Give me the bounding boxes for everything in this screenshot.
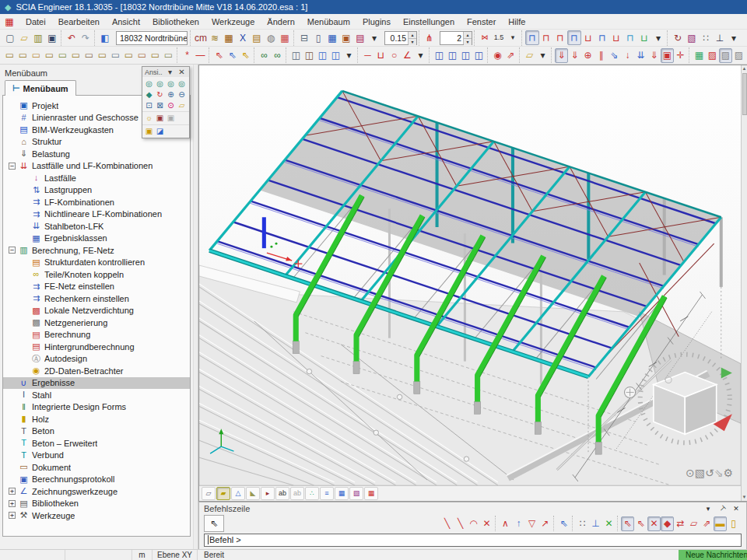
scale-factor-icon[interactable]: 1.5 (492, 30, 506, 45)
new-project-icon[interactable]: ▢ (3, 30, 17, 45)
label-tool-6-icon[interactable]: ▭ (69, 48, 82, 63)
expander-icon[interactable]: + (9, 512, 16, 519)
load-case-6-icon[interactable]: ↓ (621, 48, 634, 63)
vp-zoom-icon[interactable]: ⊙ (686, 467, 695, 478)
copy-window-1-icon[interactable]: ◫ (433, 48, 446, 63)
spin-down-icon[interactable]: ▾ (409, 39, 416, 45)
copy-window-3-icon[interactable]: ◫ (459, 48, 472, 63)
vp-settings-icon[interactable]: ⚙ (723, 467, 733, 478)
label-tool-4-icon[interactable]: ▭ (43, 48, 56, 63)
tree-lokale-netzverdichtung[interactable]: ▩ Lokale Netzverdichtung (3, 305, 190, 317)
expander-icon[interactable]: + (9, 500, 16, 507)
tree-teile-knoten-koppeln[interactable]: ∞ Teile/Knoten koppeln (3, 268, 190, 281)
cursor-mode-icon[interactable]: ⇖ (557, 516, 570, 531)
tree-lastfaelle-lf-kombinationen[interactable]: − ⇊ Lastfälle und LF-Kombinationen (3, 160, 190, 173)
tree-stahl[interactable]: I Stahl (3, 389, 190, 401)
snap-grid-icon[interactable]: ∷ (576, 516, 589, 531)
line-tool-icon[interactable]: ─ (361, 48, 374, 63)
tree-verbund[interactable]: T Verbund (3, 450, 190, 462)
snap-jump-icon[interactable]: ⇗ (700, 516, 714, 531)
result-table-icon[interactable]: ▦ (278, 30, 292, 45)
status-plane[interactable]: Ebene XY (153, 550, 198, 560)
save-view-icon[interactable]: ▱ (177, 100, 187, 111)
clipboard-icon[interactable]: ▤ (250, 30, 264, 45)
end-condition-dropdown-icon[interactable]: ▾ (651, 30, 665, 45)
new-messages-badge[interactable]: Neue Nachrichten (679, 550, 747, 560)
scale-dropdown-icon[interactable]: ▾ (506, 30, 520, 45)
units-icon[interactable]: cm (194, 30, 208, 45)
load-case-7-icon[interactable]: ⇊ (634, 48, 647, 63)
menu-ansicht[interactable]: Ansicht (106, 16, 146, 28)
tree-zeichnungswerkzeuge[interactable]: + ∠ Zeichnungswerkzeuge (3, 485, 190, 498)
snap-perpendicular-icon[interactable]: ⊥ (589, 516, 602, 531)
tree-netzgenerierung[interactable]: ▩ Netzgenerierung (3, 317, 190, 329)
zoom-out-icon[interactable]: ⊖ (177, 89, 187, 100)
filter-1-icon[interactable]: ▨ (719, 48, 732, 63)
snap-swap-icon[interactable]: ⇄ (674, 516, 687, 531)
palette-close-icon[interactable]: ✕ (177, 67, 187, 78)
find-edit-icon[interactable]: ◫ (303, 48, 316, 63)
copy-properties-icon[interactable]: ◫ (316, 48, 329, 63)
snap-intersection-icon[interactable]: ✕ (602, 516, 615, 531)
cmd-pin-icon[interactable]: ⊤ (717, 504, 728, 514)
label-tool-5-icon[interactable]: ▭ (56, 48, 69, 63)
opacity-spinner[interactable]: 0.15 ▴▾ (384, 31, 417, 45)
labels-on-icon[interactable]: ab (275, 487, 289, 500)
activity-folder-icon[interactable]: ▱ (523, 48, 536, 63)
label-tool-11-icon[interactable]: ▭ (135, 48, 149, 63)
spin-down-icon[interactable]: ▾ (464, 39, 472, 45)
tree-dokument[interactable]: ▭ Dokument (3, 461, 190, 474)
menu-menuebaum[interactable]: Menübaum (301, 16, 356, 28)
scroll-down-icon[interactable]: ▼ (742, 494, 747, 501)
brush-dropdown-icon[interactable]: ▾ (342, 48, 356, 63)
tree-beton-erweitert[interactable]: T Beton – Erweitert (3, 437, 190, 450)
tab-menuebaum[interactable]: ⊢ Menübaum (5, 80, 76, 96)
palette-dropdown-icon[interactable]: ▾ (165, 67, 175, 78)
visibility-goggles-1-icon[interactable]: ∞ (258, 48, 271, 63)
label-tool-12-icon[interactable]: ▭ (149, 48, 162, 63)
axis-system-icon[interactable]: X (236, 30, 250, 45)
spin-up-icon[interactable]: ▴ (409, 32, 416, 39)
visibility-goggles-2-icon[interactable]: ∞ (271, 48, 284, 63)
snap-vector-icon[interactable]: ↗ (538, 516, 552, 531)
ansicht-palette[interactable]: Ansi... ▾✕ ◎◎◎◎◆↻⊕⊖⊡⊠⊙▱ ☼▣▣ ▣◪ (142, 66, 190, 138)
menu-fenster[interactable]: Fenster (461, 16, 502, 28)
model-viewport[interactable]: ⊙▧↺⇘⚙ ▱▰△◣▸abab∴≡▦▧▦ ▲ ▼ (198, 65, 747, 502)
project-combo[interactable]: 18032 Nordtribüne ▾ (116, 31, 188, 45)
tree-berechnung[interactable]: ▤ Berechnung (3, 329, 190, 341)
vp-level-icon[interactable]: ⇘ (714, 467, 724, 478)
tree-hintergrundberechnung[interactable]: ▤ Hintergrundberechnung (3, 341, 190, 353)
spin-up-icon[interactable]: ▴ (464, 32, 472, 39)
gallery-icon[interactable]: ▧ (685, 30, 699, 45)
cmd-close-icon[interactable]: ✕ (731, 504, 742, 514)
tree-werkzeuge[interactable]: + ⚒ Werkzeuge (3, 509, 190, 522)
load-case-8-icon[interactable]: ⇓ (647, 48, 661, 63)
section-swap-icon[interactable]: ⋈ (478, 30, 492, 45)
label-tool-13-icon[interactable]: ▭ (162, 48, 175, 63)
tree-rechenkern-einstellen[interactable]: ⇉ Rechenkern einstellen (3, 292, 190, 305)
draw-dropdown-icon[interactable]: ▾ (414, 48, 427, 63)
tree-2d-daten-betrachter[interactable]: ◉ 2D-Daten-Betrachter (3, 365, 190, 377)
label-tool-1-icon[interactable]: ▭ (3, 48, 16, 63)
clip-box-icon[interactable]: ▣ (144, 126, 154, 137)
ucs-icon[interactable]: ⊥ (713, 30, 727, 45)
paste-properties-icon[interactable]: ◫ (329, 48, 342, 63)
tree-lastgruppen[interactable]: ⇅ Lastgruppen (3, 184, 190, 197)
table-input-icon[interactable]: ▦ (335, 487, 349, 500)
end-condition-9-icon[interactable]: ⊔ (637, 30, 651, 45)
load-case-9-icon[interactable]: ▣ (661, 48, 674, 63)
tree-strukturdaten-kontrollieren[interactable]: ▤ Strukturdaten kontrollieren (3, 257, 190, 269)
tree-belastung[interactable]: ⇓ Belastung (3, 148, 190, 160)
command-input[interactable]: Befehl > (204, 534, 742, 547)
scroll-thumb[interactable] (742, 73, 747, 115)
view-front-icon[interactable]: ◎ (155, 79, 165, 89)
save-all-icon[interactable]: ▥ (31, 30, 45, 45)
label-tool-8-icon[interactable]: ▭ (96, 48, 109, 63)
doc-dropdown-icon[interactable]: ▾ (367, 30, 381, 45)
menu-datei[interactable]: Datei (19, 16, 52, 28)
layers-icon[interactable]: ≋ (208, 30, 222, 45)
load-case-5-icon[interactable]: ⇘ (608, 48, 621, 63)
calculator-icon[interactable]: ▦ (222, 30, 236, 45)
result-grid-icon[interactable]: ▦ (693, 48, 706, 63)
zoom-selection-icon[interactable]: ⊙ (166, 100, 176, 111)
